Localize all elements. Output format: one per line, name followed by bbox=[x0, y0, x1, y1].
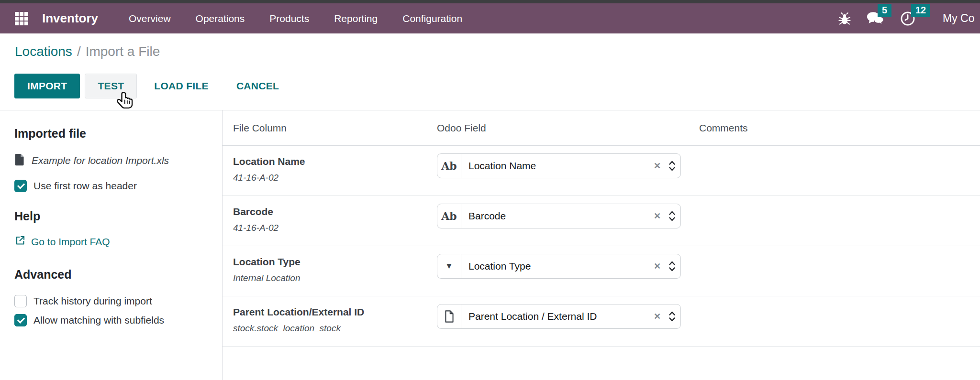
odoo-field-select[interactable]: Ab Location Name ✕ bbox=[437, 153, 681, 178]
advanced-heading: Advanced bbox=[14, 268, 211, 282]
activities-clock-icon[interactable]: 12 bbox=[900, 11, 916, 27]
messages-count-badge[interactable]: 5 bbox=[878, 4, 891, 17]
table-row: Parent Location/External ID stock.stock_… bbox=[223, 296, 980, 347]
menu-overview[interactable]: Overview bbox=[129, 13, 171, 24]
field-stepper-icon[interactable] bbox=[668, 210, 676, 222]
file-column-sample: Internal Location bbox=[233, 273, 437, 283]
file-column-sample: 41-16-A-02 bbox=[233, 223, 437, 233]
header-file-column: File Column bbox=[223, 122, 437, 134]
file-column-sample: 41-16-A-02 bbox=[233, 173, 437, 183]
breadcrumb-locations-link[interactable]: Locations bbox=[15, 44, 72, 59]
imported-file-heading: Imported file bbox=[14, 127, 211, 141]
imported-file-name: Example for location Import.xls bbox=[32, 155, 169, 166]
allow-matching-option[interactable]: Allow matching with subfields bbox=[14, 314, 211, 326]
table-row: Location Name 41-16-A-02 Ab Location Nam… bbox=[223, 146, 980, 196]
char-field-icon: Ab bbox=[437, 154, 461, 178]
messages-icon[interactable]: 5 bbox=[866, 11, 885, 27]
track-history-option[interactable]: Track history during import bbox=[14, 295, 211, 307]
apps-grid-icon[interactable] bbox=[14, 11, 29, 26]
comments-cell bbox=[690, 206, 980, 246]
comments-cell bbox=[690, 256, 980, 296]
clear-field-icon[interactable]: ✕ bbox=[654, 212, 661, 220]
header-comments: Comments bbox=[690, 122, 980, 134]
file-column-sample: stock.stock_location_stock bbox=[233, 323, 437, 334]
char-field-icon: Ab bbox=[437, 204, 461, 228]
cancel-button[interactable]: CANCEL bbox=[226, 74, 290, 98]
debug-bug-icon[interactable] bbox=[837, 11, 852, 26]
table-row: Location Type Internal Location ▼ Locati… bbox=[223, 246, 980, 296]
odoo-field-value[interactable]: Parent Location / External ID bbox=[461, 311, 654, 322]
field-stepper-icon[interactable] bbox=[668, 160, 676, 172]
menu-reporting[interactable]: Reporting bbox=[334, 13, 378, 24]
odoo-field-select[interactable]: ▼ Location Type ✕ bbox=[437, 254, 681, 279]
app-name[interactable]: Inventory bbox=[42, 11, 98, 26]
field-stepper-icon[interactable] bbox=[668, 310, 676, 323]
file-column-name: Location Type bbox=[233, 256, 437, 268]
clear-field-icon[interactable]: ✕ bbox=[654, 312, 661, 321]
import-toolbar: IMPORT TEST LOAD FILE CANCEL bbox=[0, 70, 980, 110]
comments-cell bbox=[690, 306, 980, 346]
file-column-name: Location Name bbox=[233, 156, 437, 167]
external-link-icon bbox=[14, 235, 26, 249]
document-field-icon bbox=[437, 304, 461, 328]
odoo-field-value[interactable]: Location Type bbox=[461, 261, 654, 272]
test-button[interactable]: TEST bbox=[85, 74, 137, 98]
odoo-field-value[interactable]: Barcode bbox=[461, 210, 654, 222]
import-screen: Inventory Overview Operations Products R… bbox=[0, 0, 980, 380]
menu-operations[interactable]: Operations bbox=[196, 13, 245, 24]
main-menu: Overview Operations Products Reporting C… bbox=[129, 13, 462, 24]
load-file-button[interactable]: LOAD FILE bbox=[144, 74, 219, 98]
allow-matching-checkbox[interactable] bbox=[14, 314, 27, 326]
odoo-field-select[interactable]: Parent Location / External ID ✕ bbox=[437, 304, 681, 329]
window-titlebar-strip bbox=[0, 0, 980, 3]
menu-configuration[interactable]: Configuration bbox=[402, 13, 462, 24]
main-navbar: Inventory Overview Operations Products R… bbox=[0, 3, 980, 33]
odoo-field-value[interactable]: Location Name bbox=[461, 160, 654, 172]
track-history-checkbox[interactable] bbox=[14, 295, 27, 307]
use-first-row-checkbox[interactable] bbox=[14, 180, 27, 192]
company-menu[interactable]: My Co bbox=[943, 12, 980, 25]
imported-file-row: Example for location Import.xls bbox=[14, 153, 211, 168]
breadcrumb-current: Import a File bbox=[86, 44, 160, 59]
file-column-name: Barcode bbox=[233, 206, 437, 217]
file-icon bbox=[14, 153, 25, 168]
clear-field-icon[interactable]: ✕ bbox=[654, 162, 661, 170]
odoo-field-select[interactable]: Ab Barcode ✕ bbox=[437, 204, 681, 228]
file-column-name: Parent Location/External ID bbox=[233, 306, 437, 318]
activities-count-badge[interactable]: 12 bbox=[911, 4, 930, 17]
advanced-section: Advanced Track history during import All… bbox=[14, 268, 211, 326]
field-stepper-icon[interactable] bbox=[668, 260, 676, 272]
import-sidebar: Imported file Example for location Impor… bbox=[0, 110, 223, 380]
clear-field-icon[interactable]: ✕ bbox=[654, 262, 661, 271]
navbar-systray: 5 12 My Co bbox=[837, 11, 980, 27]
mapping-table: File Column Odoo Field Comments Location… bbox=[223, 110, 980, 380]
selection-field-icon: ▼ bbox=[437, 254, 461, 278]
help-heading: Help bbox=[14, 209, 211, 223]
header-odoo-field: Odoo Field bbox=[437, 122, 690, 134]
help-section: Help Go to Import FAQ bbox=[14, 209, 211, 249]
table-header-row: File Column Odoo Field Comments bbox=[223, 110, 980, 146]
menu-products[interactable]: Products bbox=[269, 13, 309, 24]
breadcrumb-separator: / bbox=[77, 44, 81, 59]
breadcrumb: Locations / Import a File bbox=[0, 33, 980, 70]
import-faq-link[interactable]: Go to Import FAQ bbox=[14, 235, 211, 249]
content-area: Imported file Example for location Impor… bbox=[0, 110, 980, 380]
import-button[interactable]: IMPORT bbox=[14, 74, 80, 98]
table-row: Barcode 41-16-A-02 Ab Barcode ✕ bbox=[223, 196, 980, 246]
comments-cell bbox=[690, 156, 980, 195]
use-first-row-option[interactable]: Use first row as header bbox=[14, 180, 211, 192]
